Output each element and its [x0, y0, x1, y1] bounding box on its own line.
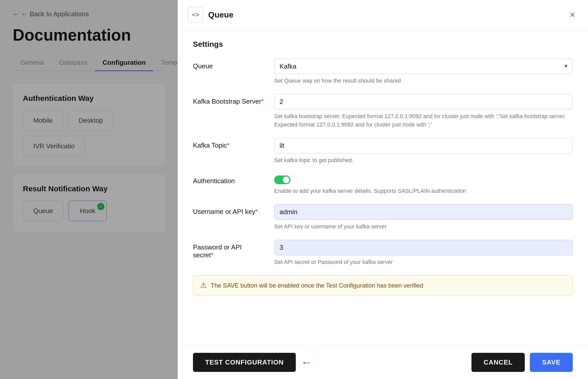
auth-toggle-row: Authentication Enable to add your kafka … [193, 173, 573, 195]
kafka-bootstrap-control: Set kafka bootstrap server. Expected for… [274, 94, 573, 129]
settings-panel: <> Queue ✕ Settings Queue Kafka RabbitMQ… [178, 0, 588, 379]
queue-control: Kafka RabbitMQ Redis ▼ Set Queue way on … [274, 59, 573, 85]
queue-select-wrapper: Kafka RabbitMQ Redis ▼ [274, 59, 573, 74]
kafka-bootstrap-label: Kafka Bootstrap Server* [193, 94, 264, 105]
username-row: Username or API key* Set API key or user… [193, 204, 573, 231]
queue-row: Queue Kafka RabbitMQ Redis ▼ Set Queue w… [193, 59, 573, 85]
auth-toggle-hint: Enable to add your kafka server details.… [274, 187, 573, 195]
red-arrow-icon: ← [301, 357, 312, 368]
queue-hint: Set Queue way on how the result should b… [274, 76, 573, 85]
panel-title: Queue [208, 10, 562, 20]
username-hint: Set API key or username of your kafka se… [274, 222, 573, 231]
warning-icon: ⚠ [200, 281, 207, 290]
kafka-bootstrap-hint: Set kafka bootstrap server. Expected for… [274, 112, 573, 129]
code-icon: <> [188, 7, 203, 22]
required-marker-topic: * [227, 141, 230, 149]
username-label: Username or API key* [193, 204, 264, 216]
toggle-knob [283, 177, 289, 183]
kafka-topic-control: Set kafka topic to get published. [274, 138, 573, 164]
password-label: Password or API secret* [193, 240, 264, 259]
required-marker: * [261, 98, 264, 105]
auth-toggle-control: Enable to add your kafka server details.… [274, 173, 573, 195]
panel-body: Settings Queue Kafka RabbitMQ Redis ▼ Se… [178, 30, 588, 345]
panel-footer: TEST CONFIGURATION ← CANCEL SAVE [178, 345, 588, 379]
auth-toggle-label: Authentication [193, 173, 264, 185]
background-overlay [0, 0, 178, 379]
panel-header: <> Queue ✕ [178, 0, 588, 30]
required-marker-username: * [255, 208, 258, 215]
save-button[interactable]: SAVE [530, 353, 573, 372]
username-input[interactable] [274, 204, 573, 220]
settings-heading: Settings [193, 40, 573, 49]
kafka-bootstrap-row: Kafka Bootstrap Server* Set kafka bootst… [193, 94, 573, 129]
warning-banner: ⚠ The SAVE button will be enabled once t… [193, 275, 573, 295]
kafka-topic-hint: Set kafka topic to get published. [274, 156, 573, 164]
toggle-wrap [274, 173, 573, 184]
kafka-topic-label: Kafka Topic* [193, 138, 264, 149]
auth-toggle[interactable] [274, 176, 290, 184]
password-hint: Set API secret or Password of your kafka… [274, 258, 573, 266]
arrow-indicator: ← [301, 357, 312, 368]
kafka-topic-input[interactable] [274, 138, 573, 153]
cancel-button[interactable]: CANCEL [471, 353, 525, 372]
required-marker-password: * [211, 251, 214, 259]
test-configuration-button[interactable]: TEST CONFIGURATION [193, 353, 296, 372]
password-input[interactable] [274, 240, 573, 255]
warning-message: The SAVE button will be enabled once the… [211, 282, 423, 289]
close-button[interactable]: ✕ [567, 9, 578, 20]
kafka-topic-row: Kafka Topic* Set kafka topic to get publ… [193, 138, 573, 164]
queue-label: Queue [193, 59, 264, 70]
password-row: Password or API secret* Set API secret o… [193, 240, 573, 266]
password-control: Set API secret or Password of your kafka… [274, 240, 573, 266]
queue-select[interactable]: Kafka RabbitMQ Redis [274, 59, 573, 74]
username-control: Set API key or username of your kafka se… [274, 204, 573, 231]
kafka-bootstrap-input[interactable] [274, 94, 573, 109]
